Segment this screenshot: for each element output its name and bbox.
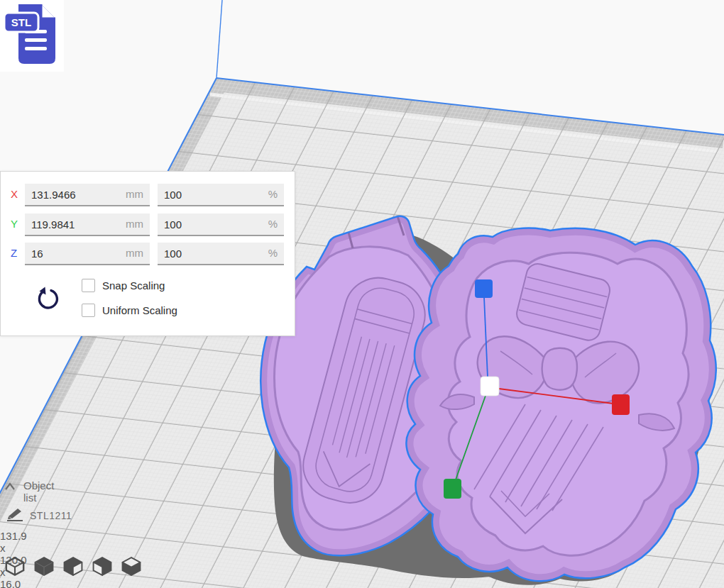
scale-tool-panel: X mm % Y mm % Z mm (0, 171, 295, 336)
object-list-item[interactable]: STL1211 (30, 510, 72, 521)
scale-row-y: Y mm % (1, 213, 295, 235)
snap-scaling-checkbox[interactable] (82, 279, 95, 292)
application-window: STL X mm % Y mm % (0, 0, 724, 588)
stl-badge-label: STL (11, 16, 31, 28)
uniform-scaling-option[interactable]: Uniform Scaling (82, 304, 177, 316)
reset-icon (35, 287, 60, 311)
cube-left-face-icon (92, 556, 113, 577)
scale-x-percent-input[interactable] (158, 184, 284, 205)
pencil-icon (6, 506, 26, 521)
scale-y-mm-input[interactable] (25, 213, 150, 235)
chevron-up-icon[interactable] (4, 482, 16, 491)
stl-file-icon: STL (3, 3, 61, 68)
scale-row-x: X mm % (1, 184, 295, 205)
cube-right-face-icon (62, 556, 84, 577)
view-left-side-button[interactable] (92, 556, 113, 577)
cube-solid-icon (33, 556, 55, 577)
view-front-button[interactable] (33, 556, 55, 577)
view-3d-button[interactable] (4, 556, 26, 577)
gizmo-center-handle[interactable] (481, 377, 499, 396)
stl-file-card[interactable]: STL (0, 0, 64, 72)
view-top-button[interactable] (121, 556, 142, 577)
cube-top-face-icon (121, 556, 142, 577)
camera-view-toolbar (4, 556, 142, 577)
scale-x-mm-input[interactable] (25, 184, 150, 205)
axis-x-label: X (11, 184, 18, 205)
snap-scaling-option[interactable]: Snap Scaling (82, 279, 165, 292)
view-right-side-button[interactable] (62, 556, 84, 577)
gizmo-y-handle[interactable] (444, 479, 461, 499)
scale-z-percent-input[interactable] (158, 243, 284, 264)
scale-z-mm-input[interactable] (25, 243, 150, 264)
reset-scale-button[interactable] (33, 285, 62, 314)
uniform-scaling-checkbox[interactable] (82, 304, 95, 317)
gizmo-x-handle[interactable] (612, 394, 630, 415)
object-list-header[interactable]: Object list (23, 479, 54, 504)
cube-wireframe-icon (4, 556, 26, 577)
scale-y-percent-input[interactable] (158, 213, 284, 235)
axis-z-label: Z (11, 243, 17, 264)
uniform-scaling-label: Uniform Scaling (102, 304, 177, 316)
scale-row-z: Z mm % (1, 243, 295, 264)
snap-scaling-label: Snap Scaling (102, 279, 165, 292)
gizmo-z-handle[interactable] (475, 279, 493, 298)
axis-y-label: Y (11, 213, 18, 235)
